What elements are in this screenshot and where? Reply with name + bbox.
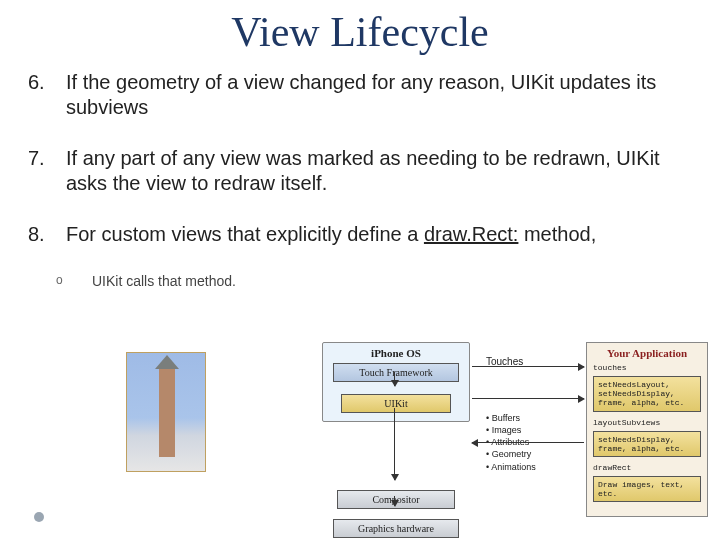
arrow-touches xyxy=(472,366,584,367)
page-indicator-dot xyxy=(34,512,44,522)
main-list: 6. If the geometry of a view changed for… xyxy=(0,70,720,247)
item-number: 6. xyxy=(28,70,66,120)
item-text: If any part of any view was marked as ne… xyxy=(66,146,692,196)
item-text-b: method, xyxy=(518,223,596,245)
list-item: 7. If any part of any view was marked as… xyxy=(28,146,692,196)
drawrect-link[interactable]: draw.Rect: xyxy=(424,223,518,245)
iphone-os-column: iPhone OS Touch Framework UIKit Composit… xyxy=(322,342,470,538)
bullet-item: Geometry xyxy=(486,448,578,460)
bullet-item: Animations xyxy=(486,461,578,473)
sub-bullet-text: UIKit calls that method. xyxy=(92,273,236,289)
app-touches-label: touches xyxy=(593,363,701,372)
arrow-uikit-out xyxy=(472,398,584,399)
item-text: If the geometry of a view changed for an… xyxy=(66,70,692,120)
app-setneeds-box1: setNeedsLayout, setNeedsDisplay, frame, … xyxy=(593,376,701,412)
app-setneeds-box2: setNeedsDisplay, frame, alpha, etc. xyxy=(593,431,701,457)
arrow-touch-to-uikit xyxy=(394,372,395,386)
item-number: 7. xyxy=(28,146,66,196)
tower-shape xyxy=(159,367,175,457)
app-draw-box: Draw images, text, etc. xyxy=(593,476,701,502)
app-drawrect-label: drawRect xyxy=(593,463,701,472)
sub-bullet-row: o UIKit calls that method. xyxy=(0,273,720,289)
list-item: 6. If the geometry of a view changed for… xyxy=(28,70,692,120)
tower-photo xyxy=(126,352,206,472)
uikit-box: UIKit xyxy=(341,394,451,413)
bullet-item: Images xyxy=(486,424,578,436)
app-title: Your Application xyxy=(593,347,701,359)
your-application-column: Your Application touches setNeedsLayout,… xyxy=(586,342,708,517)
item-text: For custom views that explicitly define … xyxy=(66,222,692,247)
app-layoutsubviews-label: layoutSubviews xyxy=(593,418,701,427)
slide-title: View Lifecycle xyxy=(0,8,720,56)
arrow-uikit-to-compositor xyxy=(394,408,395,480)
os-title: iPhone OS xyxy=(329,347,463,359)
item-number: 8. xyxy=(28,222,66,247)
lifecycle-diagram: iPhone OS Touch Framework UIKit Composit… xyxy=(126,342,716,540)
sub-bullet-marker: o xyxy=(56,273,92,287)
arrow-compositor-to-hw xyxy=(394,496,395,506)
compositor-group: Compositor Graphics hardware xyxy=(322,490,470,538)
arrow-app-back xyxy=(472,442,584,443)
item-text-a: For custom views that explicitly define … xyxy=(66,223,424,245)
list-item: 8. For custom views that explicitly defi… xyxy=(28,222,692,247)
graphics-hardware-box: Graphics hardware xyxy=(333,519,459,538)
bullet-item: Buffers xyxy=(486,412,578,424)
